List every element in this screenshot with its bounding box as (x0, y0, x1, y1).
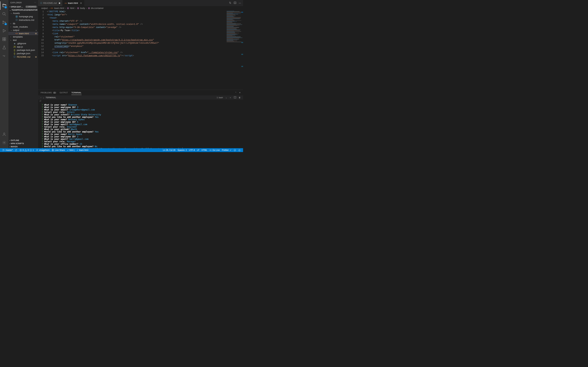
tab-output[interactable]: OUTPUT (60, 91, 68, 95)
live-share[interactable]: Live Share (51, 148, 66, 152)
folder-item[interactable]: ›node_modules (9, 25, 38, 28)
sidebar-header: EXPLORER ⋯ (9, 0, 38, 5)
tab-problems[interactable]: PROBLEMS 1 (41, 91, 56, 95)
file-item[interactable]: <>team.htmlM (9, 32, 38, 35)
file-item[interactable]: JSapp.js (9, 45, 38, 48)
shell-selector[interactable]: 1: bash (217, 96, 223, 99)
file-item[interactable]: {}package-lock.json (9, 48, 38, 52)
crumb[interactable]: output (41, 7, 48, 9)
compare-icon[interactable] (229, 1, 231, 5)
kill-terminal-icon[interactable]: 🗑 (239, 96, 241, 99)
more-icon[interactable]: ⋯ (34, 1, 36, 4)
chevron-right-icon: › (65, 7, 66, 9)
new-terminal-icon[interactable]: ＋ (229, 96, 231, 99)
svg-rect-7 (4, 39, 6, 41)
maven-header[interactable]: › MAVEN (9, 145, 38, 148)
folder-item[interactable]: ⌄Assets (9, 12, 38, 15)
go-live[interactable]: Go Live (208, 149, 221, 151)
tab-terminal[interactable]: TERMINAL (71, 91, 82, 95)
npm-scripts-header[interactable]: › NPM SCRIPTS (9, 142, 38, 145)
crumb[interactable]: div.container (91, 7, 104, 9)
crumb[interactable]: body (80, 7, 85, 9)
account-icon[interactable] (0, 130, 9, 138)
line-gutter: 123456789101112131415 (38, 10, 47, 90)
bell-icon[interactable] (237, 149, 242, 151)
file-item[interactable]: {}package.json (9, 52, 38, 55)
project-name: TEAMPROFILEGENERATOR (12, 9, 37, 11)
chevron-right-icon: › (9, 6, 10, 8)
terminal-output[interactable]: ? What is your name? Shannon? What is yo… (38, 103, 243, 148)
share-icon[interactable] (0, 52, 9, 60)
status-bar: master* 0 0 1 srsagehorn Live Share ✓ ht… (0, 148, 243, 152)
feedback-icon[interactable] (233, 149, 237, 151)
panel-maximize-icon[interactable]: ⌃ (235, 92, 237, 94)
more-icon[interactable]: ⋯ (239, 2, 241, 4)
search-icon[interactable] (0, 10, 9, 18)
svg-point-2 (3, 23, 4, 24)
chevron-right-icon: › (10, 39, 13, 41)
folder-item[interactable]: ⌄output● (9, 28, 38, 32)
open-editors-header[interactable]: › OPEN EDIT… 1 UNSAVED (9, 5, 38, 8)
chevron-right-icon: › (10, 36, 13, 38)
tree-label: node_modules (13, 25, 28, 28)
language-mode[interactable]: HTML (200, 149, 208, 151)
tree-label: test (13, 39, 17, 42)
file-tree: ⌄Assets🖼hompage.pngⓘinstructions.md›lib›… (9, 12, 38, 59)
encoding[interactable]: UTF-8 (188, 149, 196, 151)
tree-label: instructions.md (19, 19, 34, 21)
folder-item[interactable]: ›templates (9, 35, 38, 38)
svg-point-3 (5, 22, 6, 23)
file-item[interactable]: ◆.gitignore (9, 42, 38, 45)
crumb[interactable]: team.html (54, 7, 64, 9)
panel-close-icon[interactable]: ✕ (239, 92, 241, 94)
html-icon: <> (65, 2, 67, 4)
sync-button[interactable] (14, 148, 18, 152)
eol[interactable]: LF (196, 149, 200, 151)
outline-header[interactable]: › OUTLINE (9, 139, 38, 142)
editor-tab[interactable]: <>team.html✕ (62, 0, 84, 6)
minimap[interactable] (224, 10, 243, 90)
close-icon[interactable]: ✕ (80, 2, 82, 5)
html-icon: <> (15, 32, 18, 35)
debug-icon[interactable] (0, 26, 9, 35)
tab-label: README.md (43, 2, 57, 4)
explorer-icon[interactable]: 1 (0, 1, 9, 10)
bottom-panel: PROBLEMS 1 OUTPUT TERMINAL ⌃ ✕ › ⌄ TERMI… (38, 90, 243, 148)
indentation[interactable]: Spaces: 2 (176, 149, 188, 151)
project-header[interactable]: ⌄ TEAMPROFILEGENERATOR (9, 8, 38, 12)
editor-tab[interactable]: ⓘREADME.md (38, 0, 62, 6)
check-team[interactable]: ✓ team.html (76, 148, 89, 152)
folder-item[interactable]: ›lib (9, 22, 38, 25)
check-html[interactable]: ✓ html | (66, 148, 76, 152)
scm-icon[interactable]: 2 (0, 18, 9, 26)
chevron-down-icon[interactable]: ⌄ (225, 96, 227, 99)
diagnostics[interactable]: 0 0 1 (18, 148, 35, 152)
branch-indicator[interactable]: master* (1, 148, 14, 152)
settings-icon[interactable] (0, 138, 9, 147)
svg-point-0 (3, 12, 5, 15)
chevron-right-icon: › (10, 23, 13, 25)
chevron-right-icon: › (75, 7, 76, 9)
file-item[interactable]: ⓘREADME.mdM (9, 55, 38, 59)
flask-icon[interactable] (0, 43, 9, 52)
user-indicator[interactable]: srsagehorn (35, 148, 51, 152)
svg-point-1 (3, 21, 4, 22)
split-terminal-icon[interactable] (234, 96, 236, 99)
prettier[interactable]: Prettier: ✓ (221, 149, 233, 151)
split-icon[interactable] (234, 1, 236, 5)
breadcrumb[interactable]: output › <> team.html › ⊞ html › ⊞ body … (38, 6, 243, 10)
file-item[interactable]: 🖼hompage.png (9, 15, 38, 18)
swap-icon[interactable] (39, 100, 42, 102)
tree-label: team.html (19, 32, 29, 35)
json-icon: {} (13, 49, 16, 51)
file-item[interactable]: ⓘinstructions.md (9, 18, 38, 22)
cursor-position[interactable]: Ln 26, Col 28 (162, 149, 176, 151)
svg-point-20 (234, 149, 236, 151)
code-editor[interactable]: 123456789101112131415 <!DOCTYPE html><ht… (38, 10, 224, 90)
folder-item[interactable]: ›test (9, 38, 38, 42)
code-lines[interactable]: <!DOCTYPE html><html lang="en"> <head> <… (47, 10, 224, 90)
app-root: 1 2 (0, 0, 243, 152)
editor-area: ⓘREADME.md<>team.html✕ ⋯ output › <> tea… (38, 0, 243, 148)
extensions-icon[interactable] (0, 35, 9, 43)
crumb[interactable]: html (70, 7, 74, 9)
